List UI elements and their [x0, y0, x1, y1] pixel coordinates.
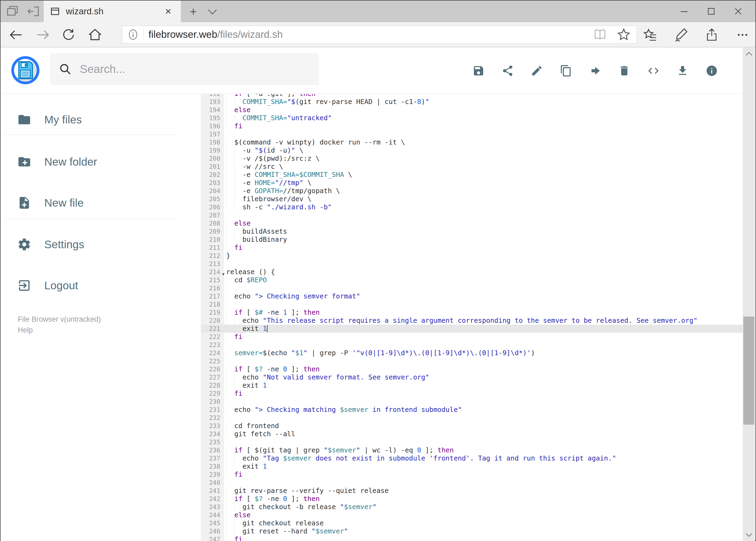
tab-wizard-sh[interactable]: wizard.sh ✕	[44, 1, 181, 22]
code-line-246[interactable]: 246 git reset --hard "$semver"	[201, 527, 744, 535]
code-line-218[interactable]: 218	[201, 300, 744, 308]
code-line-219[interactable]: 219 if [ $# -ne 1 ]; then	[201, 308, 744, 316]
code-line-232[interactable]: 232	[201, 414, 744, 422]
indent-guide	[226, 430, 226, 438]
code-line-207[interactable]: 207	[201, 211, 744, 219]
code-line-195[interactable]: 195 COMMIT_SHA="untracked"	[201, 114, 744, 122]
code-line-225[interactable]: 225	[201, 357, 744, 365]
code-line-240[interactable]: 240	[201, 479, 744, 487]
address-bar[interactable]: filebrowser.web/files/wizard.sh	[122, 26, 637, 44]
share-button[interactable]	[501, 65, 514, 77]
code-line-216[interactable]: 216	[201, 284, 744, 292]
code-line-235[interactable]: 235	[201, 438, 744, 446]
code-line-196[interactable]: 196 fi	[201, 122, 744, 130]
code-line-203[interactable]: 203 -e HOME="//tmp" \	[201, 179, 744, 187]
code-line-197[interactable]: 197	[201, 130, 744, 138]
maximize-button[interactable]	[698, 1, 725, 22]
copy-button[interactable]	[560, 65, 572, 77]
code-line-238[interactable]: 238 exit 1	[201, 462, 744, 470]
code-line-222[interactable]: 222 fi	[201, 333, 744, 341]
code-line-229[interactable]: 229 fi	[201, 389, 744, 397]
code-line-193[interactable]: 193 COMMIT_SHA="$(git rev-parse HEAD | c…	[201, 98, 744, 106]
code-line-239[interactable]: 239 fi	[201, 470, 744, 479]
code-line-228[interactable]: 228 exit 1	[201, 381, 744, 389]
move-button[interactable]	[589, 65, 601, 77]
code-line-217[interactable]: 217 echo "> Checking semver format"	[201, 292, 744, 300]
tabs-youve-set-aside-icon[interactable]	[26, 5, 41, 18]
add-favorite-star-icon[interactable]	[617, 28, 631, 42]
code-line-244[interactable]: 244 else	[201, 511, 744, 519]
code-line-233[interactable]: 233 cd frontend	[201, 422, 744, 430]
search-input[interactable]: Search...	[50, 53, 319, 85]
tab-dropdown-icon[interactable]	[206, 6, 219, 17]
code-line-214[interactable]: 214▼release () {	[201, 268, 744, 276]
code-line-227[interactable]: 227 echo "Not valid semver format. See s…	[201, 373, 744, 381]
more-options-icon[interactable]	[735, 27, 750, 42]
hub-favorites-icon[interactable]	[642, 27, 658, 42]
code-line-230[interactable]: 230	[201, 397, 744, 406]
share-page-icon[interactable]	[704, 27, 719, 42]
code-line-192[interactable]: 192 if [ -d .git ]; then	[201, 94, 744, 98]
code-line-194[interactable]: 194 else	[201, 106, 744, 114]
code-line-226[interactable]: 226 if [ $? -ne 0 ]; then	[201, 365, 744, 373]
sidebar-item-new-file[interactable]: New file	[1, 188, 201, 218]
code-line-241[interactable]: 241 git rev-parse --verify --quiet relea…	[201, 487, 744, 495]
info-button[interactable]	[705, 65, 718, 77]
scroll-down-icon[interactable]	[743, 529, 755, 541]
sidebar-item-new-folder[interactable]: New folder	[1, 147, 201, 177]
code-line-236[interactable]: 236 if [ $(git tag | grep "$semver" | wc…	[201, 446, 744, 454]
code-line-221[interactable]: 221 exit 1	[201, 325, 744, 333]
scroll-up-icon[interactable]	[743, 48, 755, 60]
code-line-245[interactable]: 245 git checkout release	[201, 519, 744, 527]
code-line-202[interactable]: 202 -e COMMIT_SHA=$COMMIT_SHA \	[201, 171, 744, 179]
code-line-220[interactable]: 220 echo "This release script requires a…	[201, 316, 744, 325]
sidebar-item-my-files[interactable]: My files	[1, 105, 201, 135]
save-button[interactable]	[472, 65, 485, 77]
code-line-205[interactable]: 205 filebrowser/dev \	[201, 195, 744, 203]
code-line-206[interactable]: 206 sh -c "./wizard.sh -b"	[201, 203, 744, 211]
code-line-208[interactable]: 208 else	[201, 219, 744, 228]
page-scrollbar[interactable]	[743, 48, 755, 541]
code-editor[interactable]: 192 if [ -d .git ]; then193 COMMIT_SHA="…	[201, 94, 744, 541]
code-line-242[interactable]: 242 if [ $? -ne 0 ]; then	[201, 495, 744, 503]
code-line-213[interactable]: 213	[201, 260, 744, 268]
code-line-204[interactable]: 204 -e GOPATH=//tmp/gopath \	[201, 187, 744, 195]
raw-code-button[interactable]	[647, 65, 660, 77]
code-line-211[interactable]: 211 fi	[201, 244, 744, 252]
delete-button[interactable]	[618, 65, 630, 77]
ink-pen-icon[interactable]	[673, 27, 688, 42]
code-line-212[interactable]: 212}	[201, 252, 744, 260]
code-line-209[interactable]: 209 buildAssets	[201, 228, 744, 236]
filebrowser-logo[interactable]	[11, 56, 39, 84]
code-line-247[interactable]: 247 fi	[201, 535, 744, 541]
refresh-button[interactable]	[56, 22, 81, 47]
code-line-231[interactable]: 231 echo "> Checking matching $semver in…	[201, 406, 744, 414]
set-tabs-aside-icon[interactable]	[5, 5, 19, 18]
sidebar-item-logout[interactable]: Logout	[1, 270, 201, 300]
reading-view-icon[interactable]	[593, 28, 607, 41]
code-line-200[interactable]: 200 -v /$(pwd):/src:z \	[201, 155, 744, 163]
code-line-201[interactable]: 201 -w //src \	[201, 163, 744, 171]
code-line-234[interactable]: 234 git fetch --all	[201, 430, 744, 438]
download-button[interactable]	[676, 65, 689, 77]
new-tab-button[interactable]: +	[186, 5, 201, 18]
back-button[interactable]	[4, 22, 28, 47]
code-line-224[interactable]: 224 semver=$(echo "$1" | grep -P '^v(0|[…	[201, 349, 744, 357]
tab-close-icon[interactable]: ✕	[162, 6, 174, 17]
close-window-button[interactable]	[725, 1, 752, 22]
scrollbar-thumb[interactable]	[743, 316, 754, 425]
code-line-223[interactable]: 223	[201, 341, 744, 349]
help-link[interactable]: Help	[18, 325, 33, 335]
forward-button[interactable]	[31, 22, 55, 47]
code-line-237[interactable]: 237 echo "Tag $semver does not exist in …	[201, 454, 744, 462]
code-line-198[interactable]: 198 $(command -v winpty) docker run --rm…	[201, 138, 744, 146]
edit-button[interactable]	[531, 65, 543, 77]
site-info-icon[interactable]	[122, 29, 143, 41]
code-line-210[interactable]: 210 buildBinary	[201, 236, 744, 244]
code-line-243[interactable]: 243 git checkout -b release "$semver"	[201, 503, 744, 511]
code-line-215[interactable]: 215 cd $REPO	[201, 276, 744, 284]
home-button[interactable]	[83, 22, 107, 47]
sidebar-item-settings[interactable]: Settings	[1, 230, 201, 259]
minimize-button[interactable]	[671, 1, 698, 22]
code-line-199[interactable]: 199 -u "$(id -u)" \	[201, 146, 744, 155]
